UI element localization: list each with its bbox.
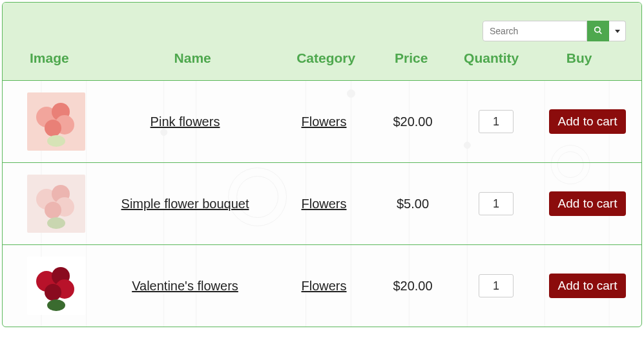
product-name-link[interactable]: Valentine's flowers — [132, 279, 238, 294]
search-input[interactable] — [483, 21, 587, 41]
quantity-cell — [455, 274, 537, 297]
table-row: Simple flower bouquet Flowers $5.00 Add … — [3, 162, 641, 244]
chevron-down-icon — [615, 30, 620, 33]
quantity-input[interactable] — [479, 192, 514, 215]
category-link[interactable]: Flowers — [301, 197, 346, 211]
svg-point-30 — [45, 202, 61, 219]
svg-point-25 — [47, 135, 65, 147]
product-image — [27, 175, 85, 233]
price-cell: $20.00 — [371, 114, 455, 129]
image-cell — [3, 257, 93, 315]
col-header-price: Price — [371, 50, 452, 66]
image-cell — [3, 175, 93, 233]
add-to-cart-button[interactable]: Add to cart — [549, 109, 627, 134]
quantity-input[interactable] — [479, 110, 514, 133]
product-name-link[interactable]: Simple flower bouquet — [121, 197, 249, 211]
add-to-cart-button[interactable]: Add to cart — [549, 191, 627, 216]
image-cell — [3, 92, 93, 151]
search-icon — [594, 26, 603, 37]
svg-point-31 — [47, 217, 65, 229]
col-header-name: Name — [104, 50, 281, 66]
quantity-cell — [455, 110, 537, 133]
name-cell: Pink flowers — [93, 114, 277, 129]
price-value: $20.00 — [393, 279, 432, 294]
category-cell: Flowers — [277, 114, 371, 129]
price-value: $5.00 — [397, 197, 429, 211]
svg-point-36 — [45, 284, 61, 301]
price-cell: $5.00 — [371, 197, 455, 211]
quantity-input[interactable] — [479, 274, 514, 297]
search-dropdown-button[interactable] — [609, 21, 626, 41]
category-link[interactable]: Flowers — [301, 114, 346, 129]
category-cell: Flowers — [277, 279, 371, 294]
svg-point-24 — [45, 120, 61, 136]
buy-cell: Add to cart — [537, 191, 638, 216]
svg-point-0 — [594, 27, 599, 32]
add-to-cart-button[interactable]: Add to cart — [549, 274, 627, 298]
table-header-row: Image Name Category Price Quantity Buy — [17, 50, 627, 66]
col-header-image: Image — [17, 50, 104, 66]
table-row: Pink flowers Flowers $20.00 Add to cart — [3, 80, 641, 162]
buy-cell: Add to cart — [537, 274, 638, 298]
price-cell: $20.00 — [371, 279, 455, 294]
buy-cell: Add to cart — [537, 109, 638, 134]
name-cell: Simple flower bouquet — [93, 197, 277, 211]
search-bar — [483, 21, 626, 41]
table-row: Valentine's flowers Flowers $20.00 Add t… — [3, 244, 641, 327]
price-value: $20.00 — [393, 114, 432, 129]
product-image — [27, 257, 85, 315]
product-image — [27, 92, 85, 151]
quantity-cell — [455, 192, 537, 215]
col-header-buy: Buy — [531, 50, 627, 66]
product-name-link[interactable]: Pink flowers — [151, 114, 220, 129]
table-body: Pink flowers Flowers $20.00 Add to cart … — [3, 80, 641, 327]
page-container: Image Name Category Price Quantity Buy — [2, 2, 642, 327]
col-header-category: Category — [281, 50, 371, 66]
search-button[interactable] — [587, 21, 609, 41]
svg-line-1 — [599, 31, 601, 34]
svg-point-37 — [47, 299, 65, 311]
header-area: Image Name Category Price Quantity Buy — [3, 3, 641, 80]
category-cell: Flowers — [277, 197, 371, 211]
name-cell: Valentine's flowers — [93, 279, 277, 294]
col-header-quantity: Quantity — [452, 50, 531, 66]
category-link[interactable]: Flowers — [301, 279, 346, 294]
